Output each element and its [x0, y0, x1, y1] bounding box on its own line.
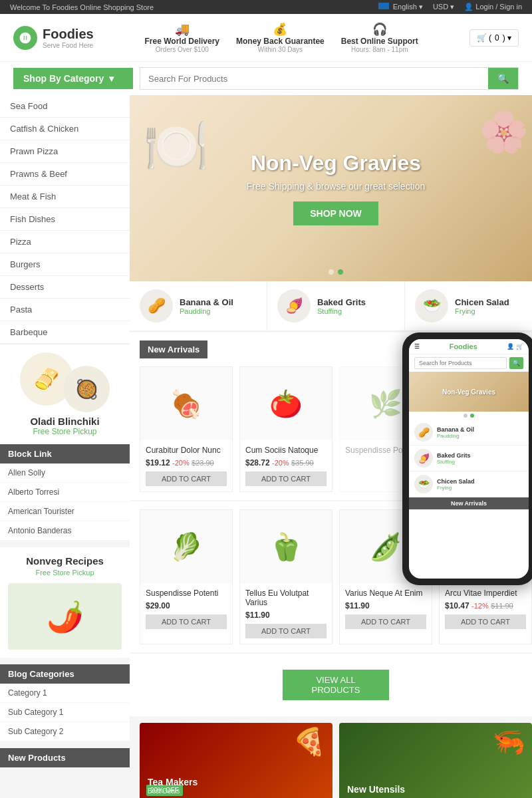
welcome-text: Welcome To Foodies Online Shopping Store [10, 3, 154, 11]
product-info-4: Tellus Eu Volutpat Varius $11.90 ADD TO … [240, 583, 332, 644]
block-link-title: Block Link [0, 444, 130, 464]
sidebar-item-meatfish[interactable]: Meat & Fish [0, 186, 130, 208]
add-cart-button-6[interactable]: ADD TO CART [445, 614, 526, 629]
feature-support: 🎧 Best Online Support Hours: 8am - 11pm [341, 22, 418, 53]
block-link-american[interactable]: American Tourister [0, 502, 130, 521]
mobile-item-text-2: Chicen Salad Frying [437, 478, 475, 491]
featured-left-plate2: 🥘 [63, 366, 110, 412]
view-all-container: VIEW ALL PRODUCTS [130, 654, 532, 716]
product-price-4: $11.90 [245, 610, 327, 620]
feature-guarantee: 💰 Money Back Guarantee Within 30 Days [236, 22, 325, 53]
blog-cat-1[interactable]: Category 1 [0, 684, 130, 703]
right-content: 🍽️ 🌸 Non-Veg Gravies Free Shipping & bro… [130, 95, 532, 798]
search-input[interactable] [140, 68, 488, 89]
mobile-search-input[interactable] [414, 357, 507, 369]
category-menu: Sea Food Catfish & Chicken Prawn Pizza P… [0, 95, 130, 344]
sidebar-item-catfish[interactable]: Catfish & Chicken [0, 118, 130, 140]
product-card-4: 🫑 Tellus Eu Volutpat Varius $11.90 ADD T… [239, 509, 332, 644]
sidebar-item-prawnsbeef[interactable]: Prawns & Beef [0, 163, 130, 186]
search-button[interactable]: 🔍 [488, 68, 518, 89]
view-all-button[interactable]: VIEW ALL PRODUCTS [283, 670, 389, 700]
add-cart-button-5[interactable]: ADD TO CART [345, 614, 426, 629]
add-cart-button-3[interactable]: ADD TO CART [146, 614, 227, 629]
category-dropdown-button[interactable]: Shop By Category ▾ [13, 68, 133, 89]
mobile-dot-1 [464, 414, 467, 418]
featured-plate-0: 🥜 [140, 289, 173, 323]
left-sidebar: Sea Food Catfish & Chicken Prawn Pizza P… [0, 95, 130, 798]
featured-dish-sub: Free Store Pickup [8, 427, 122, 436]
header-icons: 🛒 (0) ▾ [469, 29, 519, 47]
hero-food-right: 🌸 [479, 108, 529, 156]
product-card-1: 🍅 Cum Sociis Natoque $28.72 -20% $35.90 … [239, 366, 332, 492]
sidebar-item-desserts[interactable]: Desserts [0, 276, 130, 299]
top-bar-right: English ▾ USD ▾ 👤 Login / Sign in [378, 3, 522, 11]
product-price-6: $10.47 -12% $11.90 [445, 601, 526, 610]
product-info-5: Varius Neque At Enim $11.90 ADD TO CART [340, 583, 432, 634]
mobile-search-button[interactable]: 🔍 [509, 357, 523, 369]
sidebar-item-barbeque[interactable]: Barbeque [0, 321, 130, 344]
block-link-alberto[interactable]: Alberto Torresi [0, 483, 130, 502]
mobile-plate-0: 🥜 [414, 423, 433, 442]
new-products-section: New Products [0, 748, 130, 767]
page-body: Sea Food Catfish & Chicken Prawn Pizza P… [0, 95, 532, 798]
featured-item-2: 🥗 Chicen Salad Frying [405, 281, 532, 331]
language-selector[interactable]: English ▾ [378, 3, 423, 11]
chevron-down-icon: ▾ [109, 73, 114, 84]
mobile-item-text-1: Baked Grits Stuffing [437, 452, 471, 465]
sidebar-item-pizza[interactable]: Pizza [0, 231, 130, 253]
mobile-hero-banner: Non-Veg Gravies [409, 372, 529, 412]
hero-content: Non-Veg Gravies Free Shipping & browse o… [247, 151, 425, 225]
hero-dots [329, 269, 343, 275]
mobile-header: ☰ Foodies 👤 🛒 [409, 339, 529, 354]
add-cart-button-0[interactable]: ADD TO CART [146, 471, 227, 486]
blog-subcat-2[interactable]: Sub Category 2 [0, 722, 130, 741]
block-link-antonio[interactable]: Antonio Banderas [0, 521, 130, 541]
sidebar-item-prawnpizza[interactable]: Prawn Pizza [0, 140, 130, 163]
hero-food-left: 🍽️ [143, 115, 209, 178]
add-cart-button-4[interactable]: ADD TO CART [245, 624, 327, 638]
blog-categories-title: Blog Categories [0, 664, 130, 684]
product-info-1: Cum Sociis Natoque $28.72 -20% $35.90 AD… [240, 440, 332, 491]
sidebar-item-burgers[interactable]: Burgers [0, 253, 130, 276]
blog-categories-section: Blog Categories Category 1 Sub Category … [0, 664, 130, 741]
banner-tea-makers[interactable]: 🍕 Tea Makers Best Deals 20% OFF [140, 723, 332, 798]
sidebar-item-fishdishes[interactable]: Fish Dishes [0, 208, 130, 231]
block-link-section: Block Link Allen Solly Alberto Torresi A… [0, 444, 130, 541]
logo-brand: Foodies Serve Food Here [43, 27, 94, 49]
login-link[interactable]: 👤 Login / Sign in [464, 3, 522, 11]
mobile-screen: ☰ Foodies 👤 🛒 🔍 Non-Veg Gravies [409, 339, 529, 579]
logo[interactable]: Foodies Serve Food Here [13, 26, 94, 50]
nonveg-sub: Free Store Pickup [8, 569, 122, 577]
mobile-dot-2 [470, 414, 474, 418]
logo-icon [13, 26, 37, 50]
banner-new-utensils[interactable]: 🦐 New Utensils [339, 723, 532, 798]
top-bar: Welcome To Foodies Online Shopping Store… [0, 0, 532, 14]
product-price-0: $19.12 -20% $23.90 [146, 458, 227, 467]
currency-selector[interactable]: USD ▾ [433, 3, 454, 11]
cart-button[interactable]: 🛒 (0) ▾ [469, 29, 519, 47]
product-price-1: $28.72 -20% $35.90 [245, 458, 327, 467]
hero-shop-button[interactable]: SHOP NOW [293, 201, 378, 225]
mobile-search-row: 🔍 [409, 354, 529, 372]
hero-dot-2[interactable] [338, 269, 343, 275]
feature-delivery: 🚚 Free World Delivery Orders Over $100 [145, 22, 220, 53]
featured-plate-1: 🍠 [277, 289, 311, 323]
featured-dish-name: Oladi Blinchiki [8, 416, 122, 427]
hero-dot-1[interactable] [329, 269, 334, 275]
product-img-0: 🍖 [140, 367, 232, 440]
mobile-item-0: 🥜 Banana & Oil Paudding [409, 420, 529, 446]
sidebar-item-pasta[interactable]: Pasta [0, 299, 130, 321]
product-card-0: 🍖 Curabitur Dolor Nunc $19.12 -20% $23.9… [140, 366, 233, 492]
new-arrivals-section: New Arrivals 🍖 Curabitur Dolor Nunc $19.… [130, 332, 532, 500]
block-link-allensolly[interactable]: Allen Solly [0, 464, 130, 483]
add-cart-button-1[interactable]: ADD TO CART [245, 471, 327, 486]
featured-info-2: Chicen Salad Frying [455, 297, 509, 315]
nonveg-image: 🌶️ [8, 583, 122, 650]
blog-subcat-1[interactable]: Sub Category 1 [0, 703, 130, 722]
mobile-mockup: ☰ Foodies 👤 🛒 🔍 Non-Veg Gravies [402, 332, 532, 585]
sidebar-item-seafood[interactable]: Sea Food [0, 95, 130, 118]
mobile-plate-1: 🍠 [414, 449, 433, 467]
product-img-1: 🍅 [240, 367, 332, 440]
mobile-item-text-0: Banana & Oil Paudding [437, 426, 474, 439]
banner-food-icon-0: 🍕 [293, 726, 326, 757]
